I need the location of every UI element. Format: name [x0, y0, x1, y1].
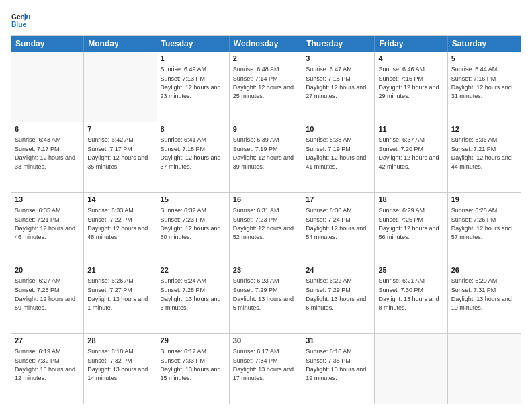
day-info: Sunrise: 6:23 AM Sunset: 7:29 PM Dayligh…	[233, 277, 294, 311]
day-number: 24	[306, 265, 371, 275]
day-number: 10	[306, 124, 371, 134]
calendar-cell-22: 22Sunrise: 6:24 AM Sunset: 7:28 PM Dayli…	[157, 263, 230, 333]
day-info: Sunrise: 6:41 AM Sunset: 7:18 PM Dayligh…	[161, 136, 221, 170]
calendar-cell-1: 1Sunrise: 6:49 AM Sunset: 7:13 PM Daylig…	[157, 52, 230, 122]
day-info: Sunrise: 6:19 AM Sunset: 7:32 PM Dayligh…	[15, 348, 75, 381]
calendar-row-0: 1Sunrise: 6:49 AM Sunset: 7:13 PM Daylig…	[11, 52, 521, 122]
day-number: 13	[15, 195, 80, 205]
calendar-cell-17: 17Sunrise: 6:30 AM Sunset: 7:24 PM Dayli…	[302, 193, 375, 263]
calendar-cell-2: 2Sunrise: 6:48 AM Sunset: 7:14 PM Daylig…	[230, 52, 302, 122]
day-info: Sunrise: 6:28 AM Sunset: 7:26 PM Dayligh…	[451, 207, 512, 240]
day-info: Sunrise: 6:33 AM Sunset: 7:22 PM Dayligh…	[87, 207, 148, 240]
day-info: Sunrise: 6:26 AM Sunset: 7:27 PM Dayligh…	[87, 277, 148, 311]
day-info: Sunrise: 6:38 AM Sunset: 7:19 PM Dayligh…	[306, 136, 366, 170]
day-number: 12	[451, 124, 517, 134]
calendar: SundayMondayTuesdayWednesdayThursdayFrid…	[11, 35, 521, 404]
day-number: 31	[306, 336, 371, 346]
weekday-header-friday: Friday	[375, 36, 447, 52]
calendar-cell-31: 31Sunrise: 6:16 AM Sunset: 7:35 PM Dayli…	[302, 334, 375, 404]
day-number: 30	[233, 336, 298, 346]
calendar-row-4: 27Sunrise: 6:19 AM Sunset: 7:32 PM Dayli…	[11, 333, 521, 404]
day-number: 7	[87, 124, 152, 134]
calendar-cell-7: 7Sunrise: 6:42 AM Sunset: 7:17 PM Daylig…	[84, 122, 157, 192]
calendar-cell-13: 13Sunrise: 6:35 AM Sunset: 7:21 PM Dayli…	[11, 193, 84, 263]
calendar-cell-12: 12Sunrise: 6:36 AM Sunset: 7:21 PM Dayli…	[448, 122, 521, 192]
day-number: 8	[161, 124, 226, 134]
day-info: Sunrise: 6:27 AM Sunset: 7:26 PM Dayligh…	[15, 277, 75, 311]
calendar-page: General Blue SundayMondayTuesdayWednesda…	[0, 0, 532, 411]
svg-text:Blue: Blue	[11, 21, 27, 28]
day-number: 22	[161, 265, 226, 275]
logo-icon: General Blue	[11, 11, 30, 30]
day-number: 9	[233, 124, 298, 134]
day-info: Sunrise: 6:36 AM Sunset: 7:21 PM Dayligh…	[451, 136, 512, 170]
calendar-cell-3: 3Sunrise: 6:47 AM Sunset: 7:15 PM Daylig…	[302, 52, 375, 122]
day-info: Sunrise: 6:22 AM Sunset: 7:29 PM Dayligh…	[306, 277, 366, 311]
day-number: 1	[161, 54, 226, 64]
day-number: 23	[233, 265, 298, 275]
calendar-cell-9: 9Sunrise: 6:39 AM Sunset: 7:19 PM Daylig…	[230, 122, 302, 192]
day-info: Sunrise: 6:42 AM Sunset: 7:17 PM Dayligh…	[87, 136, 148, 170]
calendar-cell-4: 4Sunrise: 6:46 AM Sunset: 7:15 PM Daylig…	[375, 52, 447, 122]
day-number: 11	[378, 124, 443, 134]
day-info: Sunrise: 6:48 AM Sunset: 7:14 PM Dayligh…	[233, 66, 294, 99]
day-info: Sunrise: 6:31 AM Sunset: 7:23 PM Dayligh…	[233, 207, 294, 240]
day-info: Sunrise: 6:17 AM Sunset: 7:33 PM Dayligh…	[161, 348, 221, 381]
day-info: Sunrise: 6:29 AM Sunset: 7:25 PM Dayligh…	[378, 207, 439, 240]
day-info: Sunrise: 6:46 AM Sunset: 7:15 PM Dayligh…	[378, 66, 439, 99]
weekday-header-tuesday: Tuesday	[157, 36, 230, 52]
day-number: 2	[233, 54, 298, 64]
day-info: Sunrise: 6:18 AM Sunset: 7:32 PM Dayligh…	[87, 348, 148, 381]
weekday-header-sunday: Sunday	[11, 36, 84, 52]
weekday-header-saturday: Saturday	[448, 36, 521, 52]
calendar-cell-23: 23Sunrise: 6:23 AM Sunset: 7:29 PM Dayli…	[230, 263, 302, 333]
day-number: 26	[451, 265, 517, 275]
calendar-cell-empty	[11, 52, 84, 122]
calendar-cell-19: 19Sunrise: 6:28 AM Sunset: 7:26 PM Dayli…	[448, 193, 521, 263]
day-number: 17	[306, 195, 371, 205]
calendar-cell-21: 21Sunrise: 6:26 AM Sunset: 7:27 PM Dayli…	[84, 263, 157, 333]
day-number: 27	[15, 336, 80, 346]
day-number: 16	[233, 195, 298, 205]
day-number: 21	[87, 265, 152, 275]
calendar-header: SundayMondayTuesdayWednesdayThursdayFrid…	[11, 36, 521, 52]
calendar-cell-28: 28Sunrise: 6:18 AM Sunset: 7:32 PM Dayli…	[84, 334, 157, 404]
day-number: 25	[378, 265, 443, 275]
logo: General Blue	[11, 11, 30, 30]
day-info: Sunrise: 6:47 AM Sunset: 7:15 PM Dayligh…	[306, 66, 366, 99]
day-number: 28	[87, 336, 152, 346]
calendar-row-3: 20Sunrise: 6:27 AM Sunset: 7:26 PM Dayli…	[11, 263, 521, 333]
weekday-header-thursday: Thursday	[302, 36, 375, 52]
day-info: Sunrise: 6:43 AM Sunset: 7:17 PM Dayligh…	[15, 136, 75, 170]
calendar-cell-empty	[448, 334, 521, 404]
day-number: 4	[378, 54, 443, 64]
page-header: General Blue	[11, 11, 521, 30]
day-info: Sunrise: 6:37 AM Sunset: 7:20 PM Dayligh…	[378, 136, 439, 170]
day-info: Sunrise: 6:17 AM Sunset: 7:34 PM Dayligh…	[233, 348, 294, 381]
day-number: 19	[451, 195, 517, 205]
weekday-header-wednesday: Wednesday	[230, 36, 302, 52]
day-number: 15	[161, 195, 226, 205]
calendar-cell-25: 25Sunrise: 6:21 AM Sunset: 7:30 PM Dayli…	[375, 263, 447, 333]
calendar-row-1: 6Sunrise: 6:43 AM Sunset: 7:17 PM Daylig…	[11, 122, 521, 192]
calendar-cell-11: 11Sunrise: 6:37 AM Sunset: 7:20 PM Dayli…	[375, 122, 447, 192]
day-info: Sunrise: 6:35 AM Sunset: 7:21 PM Dayligh…	[15, 207, 75, 240]
day-number: 6	[15, 124, 80, 134]
calendar-cell-14: 14Sunrise: 6:33 AM Sunset: 7:22 PM Dayli…	[84, 193, 157, 263]
calendar-cell-empty	[375, 334, 447, 404]
calendar-cell-29: 29Sunrise: 6:17 AM Sunset: 7:33 PM Dayli…	[157, 334, 230, 404]
calendar-cell-18: 18Sunrise: 6:29 AM Sunset: 7:25 PM Dayli…	[375, 193, 447, 263]
day-info: Sunrise: 6:32 AM Sunset: 7:23 PM Dayligh…	[161, 207, 221, 240]
calendar-body: 1Sunrise: 6:49 AM Sunset: 7:13 PM Daylig…	[11, 52, 521, 404]
calendar-cell-30: 30Sunrise: 6:17 AM Sunset: 7:34 PM Dayli…	[230, 334, 302, 404]
day-number: 20	[15, 265, 80, 275]
weekday-header-monday: Monday	[84, 36, 157, 52]
day-number: 3	[306, 54, 371, 64]
day-info: Sunrise: 6:16 AM Sunset: 7:35 PM Dayligh…	[306, 348, 366, 381]
calendar-cell-26: 26Sunrise: 6:20 AM Sunset: 7:31 PM Dayli…	[448, 263, 521, 333]
calendar-cell-empty	[84, 52, 157, 122]
calendar-cell-15: 15Sunrise: 6:32 AM Sunset: 7:23 PM Dayli…	[157, 193, 230, 263]
calendar-cell-24: 24Sunrise: 6:22 AM Sunset: 7:29 PM Dayli…	[302, 263, 375, 333]
calendar-row-2: 13Sunrise: 6:35 AM Sunset: 7:21 PM Dayli…	[11, 192, 521, 263]
calendar-cell-6: 6Sunrise: 6:43 AM Sunset: 7:17 PM Daylig…	[11, 122, 84, 192]
